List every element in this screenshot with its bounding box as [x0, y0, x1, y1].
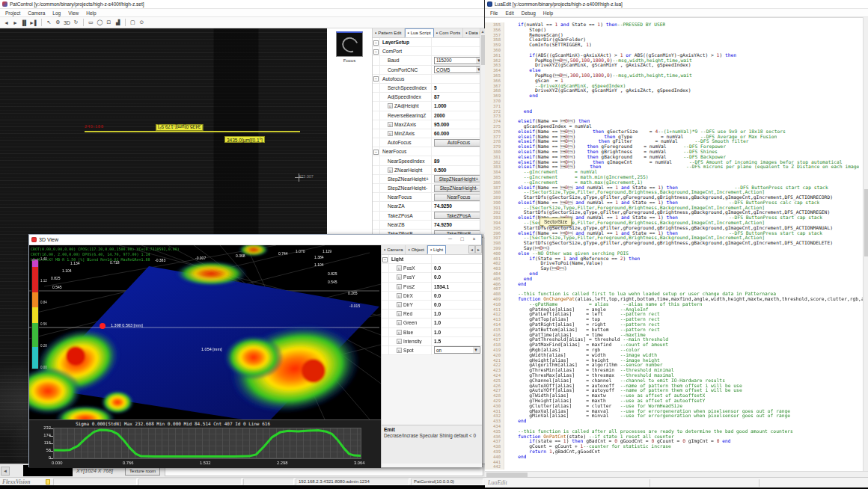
ellipse-tool-icon[interactable]: ◯ [96, 19, 104, 27]
collapse-icon[interactable]: − [373, 150, 379, 155]
unit-checkbox[interactable]: u [397, 348, 402, 353]
value-text[interactable]: 0.0 [434, 265, 441, 271]
value-text[interactable]: 60.000 [434, 131, 449, 136]
menu-item-view[interactable]: View [64, 10, 82, 16]
unit-checkbox[interactable]: u [397, 320, 402, 325]
play-icon[interactable]: ► [11, 19, 19, 27]
property-name: ComPortCNC [388, 67, 418, 73]
maximize-icon[interactable]: □ [457, 236, 467, 244]
value-text[interactable]: 1.000 [434, 103, 447, 108]
comportcnc-dropdown[interactable]: COM5 [434, 66, 483, 73]
code-editor[interactable]: 355 if(numVal == 1 and State == 1) then-… [485, 17, 863, 471]
value-text[interactable]: 1.5 [434, 339, 441, 344]
menu-item-edit[interactable]: Edit [501, 10, 517, 16]
value-text[interactable]: 74.9250 [434, 222, 452, 227]
unit-checkbox[interactable]: u [397, 330, 402, 335]
collapse-icon[interactable]: − [382, 257, 388, 262]
unit-checkbox[interactable]: u [388, 103, 393, 108]
baud-dropdown[interactable]: 115200 [434, 57, 483, 64]
stepznearheight--button[interactable]: StepZNearHeight+ [434, 175, 483, 182]
scrollbar-thumb[interactable] [864, 189, 868, 256]
value-text[interactable]: 0.0 [434, 293, 441, 298]
code-line: 422 gAlgorithm[alias] = algorithm --sens… [485, 363, 863, 368]
tab-light[interactable]: ▪Light [427, 245, 446, 254]
unit-checkbox[interactable]: u [388, 122, 393, 127]
row-gutter: − [373, 147, 380, 156]
tab-scroll-right-icon[interactable]: ► [475, 245, 482, 253]
stepznearheight--button[interactable]: StepZNearHeight- [434, 185, 483, 192]
menu-item-file[interactable]: File [486, 10, 501, 16]
property-row-light: −Light [382, 255, 482, 264]
menu-item-help[interactable]: Help [82, 10, 100, 16]
value-text[interactable]: 87 [434, 94, 439, 99]
menu-item-log[interactable]: Log [49, 10, 64, 16]
unit-checkbox[interactable]: u [397, 302, 402, 307]
value-text[interactable]: 2000 [434, 113, 445, 118]
scrollbar-thumb[interactable] [481, 35, 485, 65]
rect-tool-icon[interactable]: ▭ [87, 19, 95, 27]
value-text[interactable]: 74.9250 [434, 203, 452, 209]
unit-checkbox[interactable]: u [388, 131, 393, 136]
collapse-icon[interactable]: − [373, 40, 379, 46]
menu-item-debug[interactable]: Debug [518, 10, 540, 16]
pointer-icon[interactable]: ↖ [45, 19, 53, 27]
minimize-icon[interactable]: ─ [445, 236, 455, 244]
3d-scene[interactable]: CROT(0.00,0.00,0.00) CPOS(117.20,0.00,15… [29, 245, 381, 419]
tab-com-ports[interactable]: ▪Com Ports [434, 28, 463, 37]
zoom-tool-icon[interactable]: ⊙ [138, 19, 146, 27]
value-text[interactable]: 95.000 [434, 122, 449, 127]
patcontrol-titlebar[interactable]: PatControl [y:/common/binary/projects/hi… [0, 0, 484, 9]
code-text: function OnChangePat(alias,left,top,righ… [504, 297, 863, 302]
tab-pattern-edit[interactable]: ▪Pattern Edit [373, 28, 405, 37]
square-tool-icon[interactable]: ▢ [129, 19, 137, 27]
tab-scroll-left-icon[interactable]: ◄ [468, 245, 475, 253]
3d-view-titlebar[interactable]: 3D View ─ □ × [29, 235, 481, 245]
rotate-icon[interactable]: ↻ [72, 19, 80, 27]
menu-item-project[interactable]: Project [1, 10, 24, 16]
tab-object[interactable]: ▪Object [406, 245, 427, 254]
unit-checkbox[interactable]: u [397, 293, 402, 298]
step-back-icon[interactable]: ◄ [2, 19, 10, 27]
value-text[interactable]: 1.0 [434, 320, 441, 325]
collapse-icon[interactable]: − [373, 49, 379, 55]
value-text[interactable]: 5 [434, 85, 437, 90]
luaedit-titlebar[interactable]: LuaEdit [y:/common/binary/projects/high-… [485, 0, 868, 9]
autofocus-button[interactable]: AutoFocus [434, 139, 483, 147]
unit-checkbox[interactable]: u [397, 284, 402, 289]
status-segment-4: PatControl(10.0.0.0) [411, 479, 483, 485]
menu-item-help[interactable]: Help [540, 10, 557, 16]
3d-mode-icon[interactable]: 3D [63, 19, 71, 27]
value-text[interactable]: 1.0 [434, 311, 441, 316]
tab-camera[interactable]: ▪Camera [382, 245, 406, 254]
editor-vscrollbar[interactable] [863, 17, 868, 471]
value-text[interactable]: 1.0 [434, 330, 441, 335]
close-icon[interactable]: × [469, 236, 479, 244]
wrench-icon[interactable]: ⚙ [54, 19, 62, 27]
unit-checkbox[interactable]: u [397, 274, 402, 280]
editor-hscrollbar[interactable] [485, 471, 868, 477]
value-text[interactable]: 89 [434, 159, 439, 164]
hscroll-left-icon[interactable]: ◄ [1, 467, 10, 476]
tab-lua-script[interactable]: ▪Lua Script [405, 28, 434, 37]
unit-checkbox[interactable]: u [397, 311, 402, 316]
spot-dropdown[interactable]: on [434, 346, 480, 354]
focus-thumbnail[interactable] [336, 31, 363, 57]
code-text: elseif(Name == 0 and numVal == 1 and S… [504, 200, 819, 206]
unit-checkbox[interactable]: u [388, 167, 393, 173]
code-text [504, 424, 510, 429]
value-text[interactable]: 1534.1 [434, 284, 449, 289]
value-text[interactable]: 0.0 [434, 274, 441, 280]
collapse-icon[interactable]: − [373, 76, 379, 82]
unit-checkbox[interactable]: u [397, 339, 402, 344]
histogram-icon[interactable]: ▟ [114, 19, 122, 27]
nearfocus-button[interactable]: NearFocus [434, 194, 483, 201]
takezposa-button[interactable]: TakeZPosA [434, 212, 483, 219]
value-text[interactable]: 0.0 [434, 302, 441, 307]
menu-item-camera[interactable]: Camera [24, 10, 49, 16]
value-text[interactable]: 0.500 [434, 167, 447, 173]
pause-icon[interactable]: ▐▌ [20, 19, 28, 27]
properties-scrollbar[interactable]: ▲ [480, 28, 485, 234]
step-forward-icon[interactable]: ►▌ [29, 19, 38, 27]
unit-checkbox[interactable]: u [397, 265, 402, 271]
marquee-tool-icon[interactable]: ⊡ [105, 19, 113, 27]
